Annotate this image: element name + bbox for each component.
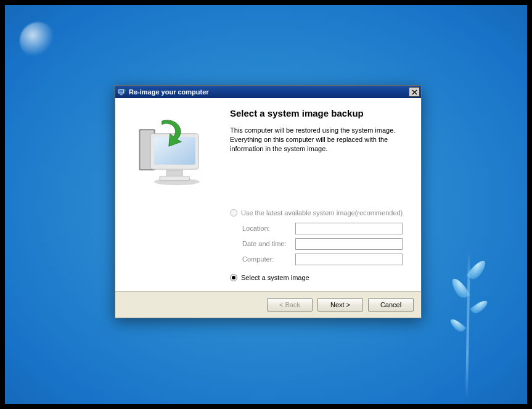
app-icon	[118, 88, 126, 96]
svg-rect-2	[120, 94, 123, 96]
option-use-latest: Use the latest available system image(re…	[230, 209, 410, 217]
computer-row: Computer:	[242, 254, 410, 265]
next-button[interactable]: Next >	[317, 298, 363, 312]
datetime-label: Date and time:	[242, 240, 295, 247]
svg-rect-1	[119, 90, 123, 93]
close-button[interactable]	[409, 87, 420, 97]
option-select-image[interactable]: Select a system image	[230, 274, 410, 281]
option-select-image-label: Select a system image	[241, 274, 309, 281]
wizard-button-bar: < Back Next > Cancel	[115, 292, 421, 318]
svg-rect-10	[160, 176, 189, 180]
location-row: Location:	[242, 223, 410, 234]
latest-image-details: Location: Date and time: Computer:	[242, 223, 410, 265]
option-use-latest-label: Use the latest available system image(re…	[241, 209, 403, 217]
window-title: Re-image your computer	[129, 88, 409, 96]
page-heading: Select a system image backup	[230, 108, 410, 118]
dialog-content: Select a system image backup This comput…	[115, 98, 421, 292]
radio-icon	[230, 209, 237, 217]
computer-label: Computer:	[242, 255, 295, 263]
datetime-value	[295, 238, 403, 250]
desktop-accent-leaf	[470, 297, 489, 316]
wizard-graphic-pane	[115, 98, 220, 291]
titlebar[interactable]: Re-image your computer	[115, 86, 421, 98]
datetime-row: Date and time:	[242, 238, 410, 250]
radio-dot-icon	[232, 276, 235, 279]
radio-icon	[230, 274, 237, 281]
desktop-accent-leaf	[449, 316, 467, 334]
restore-monitor-icon	[128, 115, 208, 196]
close-icon	[412, 89, 417, 95]
location-value	[295, 223, 403, 234]
page-description: This computer will be restored using the…	[230, 126, 409, 154]
reimage-dialog: Re-image your computer	[115, 85, 422, 318]
svg-rect-9	[166, 170, 182, 176]
computer-value	[295, 254, 403, 265]
desktop-light-flare	[20, 22, 57, 59]
back-button: < Back	[267, 298, 313, 312]
location-label: Location:	[242, 225, 295, 232]
wizard-body: Select a system image backup This comput…	[220, 98, 421, 291]
cancel-button[interactable]: Cancel	[368, 298, 414, 312]
